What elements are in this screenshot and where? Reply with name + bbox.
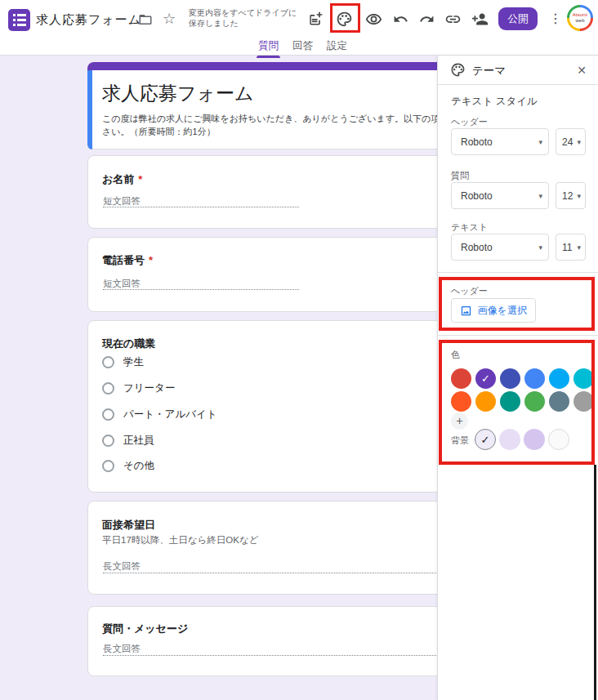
color-swatch-cyan[interactable] [573, 368, 594, 389]
color-swatch-deeporange[interactable] [451, 391, 471, 412]
color-swatch-orange[interactable] [475, 391, 496, 412]
font-row-label-text: テキスト [451, 221, 488, 234]
color-section-label: 色 [451, 349, 460, 361]
document-title[interactable]: 求人応募フォーム [36, 12, 141, 28]
avatar-logo: Atsumi web [569, 7, 591, 29]
radio-button[interactable] [102, 382, 114, 395]
save-status: 変更内容をすべてドライブに 保存しました [189, 7, 303, 29]
radio-option: 学生 [102, 355, 144, 369]
tab-settings[interactable]: 設定 [325, 38, 349, 58]
color-swatch-red[interactable] [451, 368, 471, 389]
radio-button[interactable] [102, 356, 114, 368]
radio-option-label: フリーター [123, 381, 175, 395]
radio-button[interactable] [102, 435, 114, 447]
forms-logo-icon[interactable] [8, 9, 30, 31]
image-icon [460, 305, 472, 317]
theme-panel: テーマ ✕ テキスト スタイル ヘッダー Roboto ▾ 24 ▾ 質問 Ro… [437, 56, 598, 700]
divider [438, 335, 598, 336]
tab-questions[interactable]: 質問 [257, 38, 280, 58]
form-title[interactable]: 求人応募フォーム [102, 81, 254, 106]
background-swatch-current[interactable]: ✓ [475, 429, 496, 450]
check-icon: ✓ [481, 435, 490, 445]
radio-option: フリーター [102, 381, 175, 395]
radio-option-label: 学生 [123, 355, 144, 369]
add-collaborators-icon[interactable] [471, 10, 489, 28]
radio-option: パート・アルバイト [102, 408, 217, 421]
selected-card-indicator [87, 70, 92, 149]
radio-button[interactable] [102, 408, 114, 421]
short-answer-placeholder[interactable]: 短文回答 [103, 278, 141, 290]
move-to-folder-icon[interactable] [136, 11, 154, 29]
background-swatch-light[interactable] [499, 429, 520, 450]
panel-title: テーマ [472, 64, 506, 78]
question-description: 平日17時以降、土日なら終日OKなど [102, 534, 259, 546]
font-family-value: Roboto [461, 136, 493, 148]
font-size-select-text[interactable]: 11 ▾ [556, 234, 586, 261]
star-icon[interactable]: ☆ [160, 10, 178, 28]
short-answer-placeholder[interactable]: 短文回答 [103, 195, 141, 207]
font-family-select-question[interactable]: Roboto ▾ [451, 182, 549, 209]
undo-icon[interactable] [391, 10, 409, 28]
tab-responses[interactable]: 回答 [291, 38, 315, 58]
question-label-text: 面接希望日 [102, 519, 155, 531]
required-asterisk: * [149, 254, 153, 266]
close-icon[interactable]: ✕ [573, 62, 590, 78]
radio-option-label: その他 [123, 459, 154, 473]
color-swatch-teal[interactable] [500, 391, 520, 412]
font-size-select-question[interactable]: 12 ▾ [556, 182, 586, 209]
font-size-value: 12 [562, 190, 573, 202]
color-swatch-gray[interactable] [573, 391, 594, 412]
color-swatch-indigo[interactable] [500, 368, 520, 389]
long-answer-placeholder[interactable]: 長文回答 [103, 643, 141, 655]
color-swatch-lightblue[interactable] [549, 368, 569, 389]
color-swatch-purple-selected[interactable]: ✓ [475, 368, 496, 389]
publish-button[interactable]: 公開 [498, 7, 538, 30]
google-forms-editor: 求人応募フォーム ☆ 変更内容をすべてドライブに 保存しました [0, 0, 598, 700]
radio-button[interactable] [102, 460, 114, 472]
choose-image-button[interactable]: 画像を選択 [451, 298, 536, 323]
question-label-text: 現在の職業 [102, 337, 155, 350]
color-swatch-green[interactable] [524, 391, 545, 412]
choose-image-label: 画像を選択 [478, 304, 527, 318]
customize-theme-palette-icon[interactable] [335, 10, 353, 28]
avatar-text-2: web [575, 18, 584, 24]
color-swatch-bluegray[interactable] [549, 391, 569, 412]
avatar-text-1: Atsumi [573, 12, 587, 18]
theme-panel-header: テーマ ✕ [438, 56, 598, 85]
post-add-icon[interactable] [306, 10, 324, 28]
long-answer-placeholder[interactable]: 長文回答 [103, 560, 141, 573]
radio-option-label: パート・アルバイト [123, 408, 217, 421]
add-custom-color-button[interactable]: + [451, 412, 468, 430]
palette-icon [450, 62, 466, 78]
question-label-text: 電話番号 [102, 254, 145, 266]
top-toolbar: 求人応募フォーム ☆ 変更内容をすべてドライブに 保存しました [0, 0, 598, 56]
preview-eye-icon[interactable] [364, 10, 382, 28]
save-status-line2: 保存しました [189, 18, 303, 29]
question-label: お名前* [102, 172, 142, 187]
font-family-value: Roboto [461, 190, 493, 202]
answer-underline [103, 207, 299, 207]
question-label-text: 質問・メッセージ [102, 622, 188, 635]
question-label: 電話番号* [102, 253, 153, 268]
save-status-line1: 変更内容をすべてドライブに [189, 7, 303, 18]
redo-icon[interactable] [417, 10, 435, 28]
background-label: 背景 [451, 435, 469, 447]
copy-link-icon[interactable] [444, 10, 462, 28]
check-icon: ✓ [481, 373, 490, 384]
font-size-value: 24 [562, 136, 573, 148]
question-label: 現在の職業 [102, 337, 155, 351]
chevron-down-icon: ▾ [538, 192, 542, 200]
chevron-down-icon: ▾ [538, 243, 542, 252]
font-size-value: 11 [562, 242, 572, 253]
account-avatar[interactable]: Atsumi web [567, 5, 593, 31]
chevron-down-icon: ▾ [577, 243, 581, 252]
panel-scrollbar[interactable] [594, 465, 596, 700]
font-size-select-header[interactable]: 24 ▾ [556, 128, 586, 155]
font-family-select-header[interactable]: Roboto ▾ [451, 128, 549, 155]
editor-tabs: 質問 回答 設定 [257, 38, 349, 58]
background-swatch-medium[interactable] [524, 429, 545, 450]
background-swatch-white[interactable] [548, 429, 569, 450]
font-family-select-text[interactable]: Roboto ▾ [451, 234, 549, 261]
color-swatch-blue[interactable] [524, 368, 545, 389]
more-options-icon[interactable]: ⋮ [549, 9, 560, 29]
